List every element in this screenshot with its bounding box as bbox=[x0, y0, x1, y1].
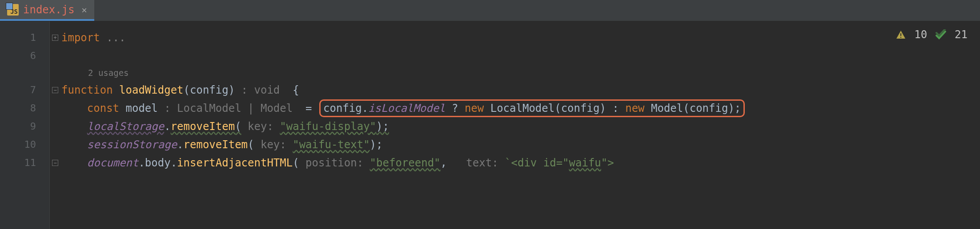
keyword: const bbox=[87, 102, 119, 114]
js-file-icon: JS bbox=[7, 4, 19, 16]
file-tab-index-js[interactable]: JS index.js ✕ bbox=[0, 0, 94, 21]
string-literal: "waifu-display" bbox=[280, 120, 376, 133]
fold-toggle[interactable]: − bbox=[50, 81, 60, 99]
global-object: document bbox=[87, 157, 139, 169]
line-number bbox=[0, 65, 49, 81]
line-number[interactable]: 8 bbox=[0, 99, 49, 117]
tab-filename: index.js bbox=[23, 4, 75, 16]
line-number[interactable]: 11 bbox=[0, 154, 49, 172]
keyword: import bbox=[61, 32, 100, 44]
string-literal: "waifu-text" bbox=[293, 138, 370, 151]
code-line[interactable]: import ... bbox=[60, 28, 980, 47]
editor-tabbar: JS index.js ✕ bbox=[0, 0, 980, 21]
variable-name: model bbox=[126, 102, 158, 114]
method-name: removeItem bbox=[171, 120, 235, 133]
string-literal: "beforeend" bbox=[370, 157, 441, 169]
line-number[interactable]: 10 bbox=[0, 135, 49, 154]
line-number[interactable]: 6 bbox=[0, 47, 49, 65]
code-line[interactable]: function loadWidget(config) : void { bbox=[60, 81, 980, 99]
highlighted-expression: config.isLocalModel ? new LocalModel(con… bbox=[319, 99, 745, 117]
line-number[interactable]: 7 bbox=[0, 81, 49, 99]
code-line[interactable]: const model : LocalModel | Model = confi… bbox=[60, 99, 980, 117]
usages-inlay[interactable]: 2 usages bbox=[60, 65, 980, 81]
line-number[interactable]: 9 bbox=[0, 117, 49, 135]
code-line[interactable] bbox=[60, 47, 980, 65]
global-object: sessionStorage bbox=[87, 138, 177, 151]
method-name: insertAdjacentHTML bbox=[177, 157, 293, 169]
parameter-hint: position: bbox=[299, 157, 370, 169]
parameter-hint: text: bbox=[460, 157, 505, 169]
function-name: loadWidget bbox=[119, 84, 184, 96]
gutter: 1 6 7 8 9 10 11 bbox=[0, 21, 50, 229]
fold-column: + − − bbox=[50, 21, 60, 229]
keyword: function bbox=[61, 84, 113, 96]
code-line[interactable]: document.body.insertAdjacentHTML( positi… bbox=[60, 154, 980, 172]
global-object: localStorage bbox=[87, 120, 164, 133]
code-line[interactable]: sessionStorage.removeItem( key: "waifu-t… bbox=[60, 135, 980, 154]
type-hint: : LocalModel | Model bbox=[158, 102, 305, 114]
parameter-hint: key: bbox=[254, 138, 293, 151]
fold-toggle[interactable]: − bbox=[50, 154, 60, 172]
parameter-hint: key: bbox=[241, 120, 280, 133]
folded-placeholder[interactable]: ... bbox=[106, 32, 125, 44]
type-hint: : void bbox=[235, 84, 293, 96]
code-line[interactable]: localStorage.removeItem( key: "waifu-dis… bbox=[60, 117, 980, 135]
line-number[interactable]: 1 bbox=[0, 28, 49, 47]
code-editor[interactable]: 1 6 7 8 9 10 11 + − − import ... 2 usage… bbox=[0, 21, 980, 229]
fold-toggle[interactable]: + bbox=[50, 28, 60, 47]
code-area[interactable]: import ... 2 usages function loadWidget(… bbox=[60, 21, 980, 229]
close-icon[interactable]: ✕ bbox=[82, 4, 87, 15]
parameter: config bbox=[190, 84, 229, 96]
method-name: removeItem bbox=[184, 138, 248, 151]
